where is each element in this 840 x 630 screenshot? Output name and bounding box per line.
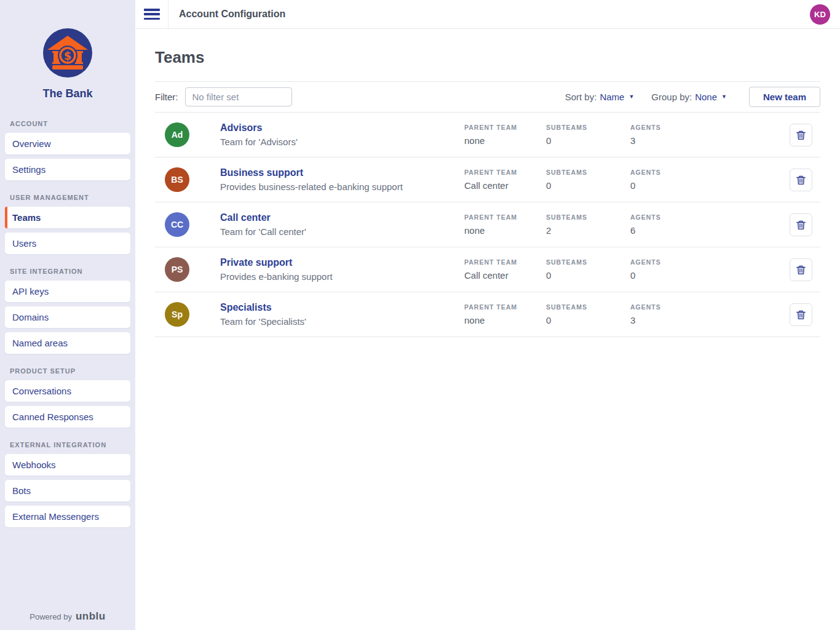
- content: Teams Filter: Sort by: Name ▼ Group by: …: [135, 29, 840, 337]
- sort-by-dropdown[interactable]: Sort by: Name ▼: [565, 92, 635, 102]
- sidebar-item-users[interactable]: Users: [5, 233, 130, 254]
- sidebar-item-label: External Messengers: [12, 511, 99, 522]
- delete-team-button[interactable]: [790, 124, 812, 146]
- subteams-value: 0: [546, 315, 630, 325]
- group-by-value: None: [695, 92, 717, 102]
- delete-team-button[interactable]: [790, 169, 812, 191]
- sidebar-item-label: Bots: [12, 485, 31, 496]
- team-description: Provides e-banking support: [220, 271, 458, 282]
- parent-team-value: none: [464, 315, 546, 325]
- agents-column-label: AGENTS: [630, 213, 790, 221]
- sidebar-item-external-messengers[interactable]: External Messengers: [5, 506, 130, 527]
- filter-input[interactable]: [185, 87, 292, 106]
- delete-team-button[interactable]: [790, 258, 812, 281]
- team-row: CC Call center Team for 'Call center' PA…: [155, 202, 820, 247]
- delete-team-button[interactable]: [790, 213, 812, 236]
- agents-value: 0: [630, 270, 790, 281]
- sidebar-section-label: PRODUCT SETUP: [5, 362, 130, 380]
- menu-hamburger-icon[interactable]: [144, 8, 160, 20]
- sidebar-section: USER MANAGEMENT Teams Users: [5, 189, 130, 254]
- powered-by-label: Powered by: [30, 612, 72, 621]
- user-avatar[interactable]: KD: [810, 4, 830, 25]
- team-description: Team for 'Advisors': [220, 137, 458, 147]
- team-avatar: CC: [165, 212, 189, 237]
- sidebar-item-label: Teams: [12, 212, 41, 223]
- trash-icon: [795, 219, 807, 231]
- team-avatar: Sp: [165, 302, 189, 327]
- parent-team-column-label: PARENT TEAM: [464, 213, 546, 221]
- sidebar-section-label: USER MANAGEMENT: [5, 189, 130, 207]
- agents-column-label: AGENTS: [630, 124, 790, 131]
- sidebar-item-webhooks[interactable]: Webhooks: [5, 454, 130, 476]
- team-name-link[interactable]: Private support: [220, 257, 292, 268]
- sidebar-nav: ACCOUNT Overview Settings USER MANAGEMEN…: [0, 100, 135, 610]
- topbar-divider: [168, 0, 168, 28]
- subteams-value: 0: [546, 180, 630, 191]
- sidebar-item-teams[interactable]: Teams: [5, 207, 130, 228]
- team-avatar: BS: [165, 167, 189, 192]
- team-description: Team for 'Specialists': [220, 316, 458, 327]
- subteams-column-label: SUBTEAMS: [546, 303, 630, 311]
- team-name-link[interactable]: Specialists: [220, 302, 272, 313]
- agents-value: 3: [630, 315, 790, 325]
- toolbar-right: Sort by: Name ▼ Group by: None ▼ New tea…: [565, 87, 820, 107]
- brand-name: The Bank: [0, 87, 135, 100]
- group-by-dropdown[interactable]: Group by: None ▼: [651, 92, 727, 102]
- sidebar-item-settings[interactable]: Settings: [5, 159, 130, 180]
- page-header-title: Account Configuration: [179, 9, 285, 20]
- sidebar: $ The Bank ACCOUNT Overview Settings USE…: [0, 0, 135, 630]
- sidebar-section: EXTERNAL INTEGRATION Webhooks Bots Exter…: [5, 436, 130, 527]
- agents-value: 0: [630, 180, 790, 191]
- sidebar-footer: Powered by unblu: [0, 610, 135, 630]
- parent-team-column-label: PARENT TEAM: [464, 124, 546, 131]
- team-name-link[interactable]: Call center: [220, 212, 271, 223]
- sidebar-item-label: API keys: [12, 286, 49, 297]
- parent-team-value: Call center: [464, 180, 546, 191]
- sidebar-section: PRODUCT SETUP Conversations Canned Respo…: [5, 362, 130, 428]
- delete-team-button[interactable]: [790, 303, 812, 326]
- parent-team-column-label: PARENT TEAM: [464, 303, 546, 311]
- sidebar-item-label: Settings: [12, 164, 46, 175]
- sidebar-item-overview[interactable]: Overview: [5, 133, 130, 154]
- sidebar-item-label: Webhooks: [12, 460, 56, 470]
- trash-icon: [795, 309, 807, 321]
- main-area: Account Configuration KD Teams Filter: S…: [135, 0, 840, 630]
- sidebar-item-conversations[interactable]: Conversations: [5, 380, 130, 402]
- sidebar-item-label: Overview: [12, 138, 51, 149]
- sidebar-item-domains[interactable]: Domains: [5, 306, 130, 328]
- team-name-link[interactable]: Business support: [220, 167, 303, 178]
- subteams-value: 0: [546, 270, 630, 281]
- parent-team-value: none: [464, 225, 546, 236]
- subteams-column-label: SUBTEAMS: [546, 169, 630, 176]
- sidebar-item-canned-responses[interactable]: Canned Responses: [5, 406, 130, 428]
- sidebar-item-bots[interactable]: Bots: [5, 480, 130, 501]
- parent-team-column-label: PARENT TEAM: [464, 258, 546, 266]
- agents-value: 3: [630, 135, 790, 146]
- teams-list: Ad Advisors Team for 'Advisors' PARENT T…: [155, 113, 820, 337]
- team-row: PS Private support Provides e-banking su…: [155, 247, 820, 292]
- parent-team-value: none: [464, 135, 546, 146]
- sidebar-item-api-keys[interactable]: API keys: [5, 281, 130, 302]
- bank-logo-icon: $: [43, 28, 92, 78]
- sidebar-item-named-areas[interactable]: Named areas: [5, 332, 130, 354]
- new-team-button[interactable]: New team: [749, 87, 820, 107]
- team-name-link[interactable]: Advisors: [220, 122, 262, 134]
- subteams-value: 2: [546, 225, 630, 236]
- filter-label: Filter:: [155, 92, 178, 102]
- sidebar-section-label: ACCOUNT: [5, 115, 130, 133]
- agents-column-label: AGENTS: [630, 169, 790, 176]
- sidebar-item-label: Named areas: [12, 338, 68, 348]
- page-title: Teams: [155, 48, 820, 67]
- subteams-value: 0: [546, 135, 630, 146]
- parent-team-value: Call center: [464, 270, 546, 281]
- parent-team-column-label: PARENT TEAM: [464, 169, 546, 176]
- topbar: Account Configuration KD: [135, 0, 840, 29]
- subteams-column-label: SUBTEAMS: [546, 124, 630, 131]
- sidebar-item-label: Domains: [12, 312, 49, 322]
- brand: $ The Bank: [0, 0, 135, 100]
- toolbar: Filter: Sort by: Name ▼ Group by: None ▼…: [155, 81, 820, 113]
- chevron-down-icon: ▼: [628, 94, 634, 100]
- team-avatar: Ad: [165, 122, 189, 147]
- agents-value: 6: [630, 225, 790, 236]
- unblu-logo: unblu: [76, 610, 106, 623]
